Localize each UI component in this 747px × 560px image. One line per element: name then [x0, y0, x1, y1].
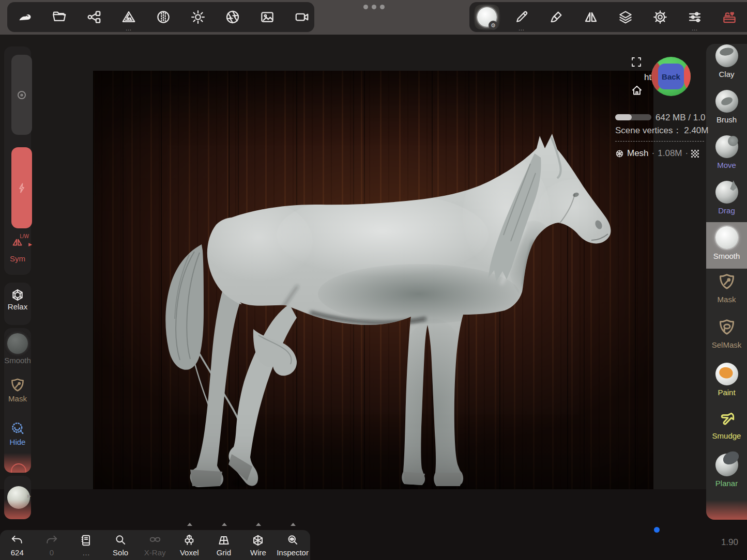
image-icon: [260, 9, 275, 25]
layers-icon: [618, 9, 633, 25]
top-left-toolbar: …: [7, 2, 314, 32]
grid-button[interactable]: Grid: [207, 530, 241, 560]
record-button[interactable]: [284, 2, 319, 32]
tool-drag[interactable]: Drag: [706, 181, 747, 226]
tool-move[interactable]: Move: [706, 135, 747, 181]
tool-paint[interactable]: Paint: [706, 363, 747, 408]
interface-sliders-button[interactable]: …: [677, 2, 712, 32]
tool-selmask[interactable]: SelMask: [706, 317, 747, 363]
tool-mask[interactable]: Mask: [706, 272, 747, 317]
redo-count: 0: [50, 548, 54, 557]
active-brush-preview[interactable]: ⚙: [469, 2, 504, 32]
mesh-count: 1.08M: [658, 148, 682, 159]
mesh-sep: ·: [685, 148, 689, 159]
tool-planar[interactable]: Planar: [706, 454, 747, 499]
top-right-toolbar: ⚙ … …: [469, 2, 747, 32]
undo-button[interactable]: 624: [0, 530, 35, 560]
left-tool-smooth[interactable]: Smooth: [4, 333, 31, 365]
relax-tool[interactable]: Relax: [4, 283, 31, 325]
gizmo-right-face[interactable]: [683, 64, 691, 89]
intensity-slider[interactable]: [11, 147, 32, 228]
multitask-indicator[interactable]: [363, 5, 385, 9]
wire-button[interactable]: Wire: [241, 530, 276, 560]
lighting-button[interactable]: [180, 2, 215, 32]
layers-button[interactable]: [608, 2, 643, 32]
scene-graph-button[interactable]: [77, 2, 111, 32]
paint-sphere-icon: [715, 363, 738, 385]
settings-button[interactable]: [643, 2, 677, 32]
scene-vertices-label: Scene vertices：: [615, 126, 682, 135]
fullscreen-icon[interactable]: [630, 56, 643, 68]
scene-vertices: Scene vertices： 2.40M: [615, 125, 708, 136]
inspector-button[interactable]: Inspector: [276, 530, 310, 560]
left-tool-hide[interactable]: Hide: [4, 420, 31, 446]
pen-ellipsis: …: [519, 26, 525, 31]
background-image-button[interactable]: [250, 2, 284, 32]
tool-clay[interactable]: Clay: [706, 44, 747, 90]
brush-settings-gear-badge[interactable]: ⚙: [489, 21, 498, 30]
app-logo-icon: [17, 9, 33, 25]
tool-smooth-label: Smooth: [713, 252, 740, 260]
tool-selmask-label: SelMask: [712, 340, 742, 349]
painting-button[interactable]: [539, 2, 573, 32]
grid-caret-icon[interactable]: [222, 523, 227, 526]
pen-icon: [514, 9, 529, 25]
toolbox-button[interactable]: [712, 2, 746, 32]
settings-gear-icon: [652, 9, 668, 25]
tool-clay-label: Clay: [719, 70, 734, 79]
sym-expand-arrow[interactable]: ▶: [28, 242, 32, 247]
material-button[interactable]: [146, 2, 180, 32]
wire-caret-icon[interactable]: [256, 523, 261, 526]
postprocess-button[interactable]: [215, 2, 250, 32]
relax-web-icon: [10, 288, 25, 302]
files-button[interactable]: [42, 2, 77, 32]
tool-smooth-selected[interactable]: Smooth: [706, 226, 747, 272]
solo-button[interactable]: Solo: [103, 530, 138, 560]
material-preview-panel[interactable]: ▶: [4, 476, 31, 519]
app-logo[interactable]: [7, 2, 42, 32]
relax-label: Relax: [4, 302, 31, 311]
redo-icon: [45, 534, 58, 547]
sym-label: Sym: [4, 254, 31, 263]
xray-button[interactable]: X-Ray: [138, 530, 172, 560]
left-panel-scroll-fade: [4, 453, 31, 473]
planar-sphere-icon: [715, 454, 738, 476]
mesh-row[interactable]: Mesh · 1.08M ·: [615, 148, 699, 159]
tool-paint-label: Paint: [718, 388, 735, 397]
hide-dotted-icon: [9, 420, 26, 438]
home-icon[interactable]: [630, 84, 644, 97]
voxel-caret-icon[interactable]: [187, 523, 192, 526]
selmask-shield-icon: [716, 317, 737, 338]
wire-hexagon-icon: [251, 534, 265, 547]
tool-smudge[interactable]: Smudge: [706, 408, 747, 454]
memory-bar: [615, 114, 651, 120]
history-layers-button[interactable]: …: [69, 530, 103, 560]
view-label-fragment: ht: [644, 72, 651, 83]
viewport-3d[interactable]: [93, 71, 653, 489]
symmetry-button[interactable]: [573, 2, 608, 32]
move-sphere-icon: [715, 135, 738, 158]
lightning-icon: [16, 182, 28, 194]
orientation-gizmo[interactable]: Back: [651, 57, 691, 96]
symmetry-toggle[interactable]: L/W ▶ Sym: [4, 234, 31, 263]
brush-sphere-icon: [715, 90, 738, 113]
multires-button[interactable]: …: [111, 2, 146, 32]
sculpt-app-window: ht Back 642 MB / 1.07 G Scene vertices： …: [0, 0, 747, 560]
voxel-button[interactable]: Voxel: [172, 530, 207, 560]
stroke-button[interactable]: …: [504, 2, 539, 32]
radius-slider[interactable]: [11, 55, 32, 135]
gizmo-back-face[interactable]: Back: [658, 64, 684, 89]
tool-smudge-label: Smudge: [712, 431, 741, 440]
redo-button[interactable]: 0: [35, 530, 69, 560]
tool-brush[interactable]: Brush: [706, 90, 747, 135]
left-tool-mask[interactable]: Mask: [4, 377, 31, 403]
symmetry-icon: [583, 9, 599, 25]
inspector-caret-icon[interactable]: [291, 523, 296, 526]
inspector-label: Inspector: [277, 548, 309, 557]
material-expand-arrow[interactable]: ▶: [27, 493, 31, 499]
scroll-position-dot[interactable]: [654, 527, 660, 533]
left-mask-label: Mask: [4, 394, 31, 403]
circle-dot-icon: [15, 88, 28, 102]
left-hide-label: Hide: [4, 438, 31, 446]
undo-icon: [10, 534, 24, 547]
